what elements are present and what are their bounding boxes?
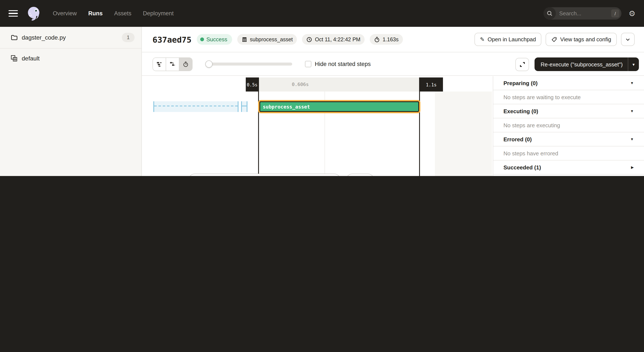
- status-empty-text: No steps are executing: [504, 122, 560, 128]
- hide-not-started-checkbox-row[interactable]: Hide not started steps: [305, 61, 371, 67]
- status-section-errored[interactable]: Errored (0) ▼: [493, 132, 644, 146]
- gantt-after-run-shade: [435, 91, 492, 176]
- search-icon: [544, 7, 556, 19]
- nav-item-overview[interactable]: Overview: [53, 10, 77, 16]
- run-header-actions: ✎ Open in Launchpad View tags and config: [474, 33, 635, 46]
- stopwatch-icon: [374, 36, 380, 42]
- zoom-slider[interactable]: [206, 60, 292, 68]
- stopwatch-icon: [183, 61, 189, 67]
- nav-item-assets[interactable]: Assets: [114, 10, 132, 16]
- slider-thumb[interactable]: [205, 60, 212, 68]
- open-in-launchpad-label: Open in Launchpad: [488, 36, 536, 42]
- duration-tag: 1.163s: [370, 34, 403, 45]
- caret-down-icon[interactable]: ▼: [630, 109, 634, 113]
- timeline-view-button[interactable]: [179, 58, 192, 70]
- status-section-empty-row: No steps are executing: [493, 118, 644, 132]
- run-id: 637aed75: [152, 35, 192, 44]
- hamburger-menu-icon[interactable]: [8, 10, 18, 17]
- status-section-succeeded[interactable]: Succeeded (1) ▶: [493, 160, 644, 175]
- timeline-marker-end: 1.1s: [420, 77, 443, 91]
- search-input[interactable]: Search... /: [544, 7, 622, 19]
- repo-label: default: [22, 55, 40, 61]
- waterfall-view-icon: [170, 61, 176, 67]
- status-section-empty-row: No steps are waiting to execute: [493, 90, 644, 104]
- pencil-icon: ✎: [480, 37, 485, 42]
- caret-right-icon[interactable]: ▶: [631, 165, 634, 169]
- timeline-marker-start: 0.5s: [246, 77, 258, 91]
- status-section-preparing[interactable]: Preparing (0) ▼: [493, 76, 644, 90]
- status-section-title: Preparing (0): [504, 80, 538, 86]
- open-in-launchpad-button[interactable]: ✎ Open in Launchpad: [474, 33, 542, 46]
- caret-down-icon: ▾: [632, 62, 635, 67]
- timeline-duration-label: 0.606s: [258, 77, 342, 91]
- status-section-executing[interactable]: Executing (0) ▼: [493, 104, 644, 118]
- run-actions-menu-button[interactable]: [621, 33, 635, 46]
- success-dot-icon: [200, 37, 204, 41]
- status-section-title: Errored (0): [504, 136, 532, 142]
- tag-icon: [551, 36, 557, 42]
- reexecute-menu-caret[interactable]: ▾: [628, 57, 639, 71]
- job-tag-label: subprocess_asset: [250, 36, 293, 42]
- hide-not-started-checkbox[interactable]: [305, 61, 311, 67]
- status-section-title: Succeeded (1): [504, 164, 541, 170]
- filter-actions: [346, 174, 374, 176]
- nav-item-runs[interactable]: Runs: [88, 10, 103, 16]
- status-empty-text: No steps have errored: [504, 150, 558, 156]
- job-tag[interactable]: subprocess_asset: [237, 34, 297, 45]
- step-waiting-segment: [153, 101, 238, 112]
- gantt-controls: Hide not started steps Re-execute ("subp…: [142, 53, 644, 76]
- step-filter-input[interactable]: "subprocess_asset": [188, 174, 341, 176]
- clock-icon: [306, 36, 312, 42]
- search-placeholder: Search...: [556, 10, 611, 16]
- sidebar: dagster_code.py 1 default dagster_code.p…: [0, 27, 142, 176]
- step-bar-label: subprocess_asset: [263, 104, 310, 110]
- gantt-step-bar[interactable]: subprocess_asset: [260, 101, 419, 112]
- dagster-logo[interactable]: [26, 5, 42, 21]
- reexecute-button[interactable]: Re-execute ("subprocess_asset") ▾: [534, 57, 639, 71]
- gantt-gridline-start: [258, 77, 259, 176]
- caret-down-icon[interactable]: ▼: [630, 81, 634, 85]
- view-mode-segmented-control: [152, 57, 192, 71]
- code-location-count-badge: 1: [122, 33, 134, 42]
- status-empty-text: No steps are waiting to execute: [504, 94, 581, 100]
- jobs-icon: [11, 55, 18, 61]
- status-badge: Success: [196, 34, 232, 45]
- flat-view-button[interactable]: [153, 58, 166, 70]
- gantt-gridline-end: [419, 77, 420, 176]
- reexecute-label: Re-execute ("subprocess_asset"): [534, 61, 628, 67]
- nav-item-deployment[interactable]: Deployment: [143, 10, 174, 16]
- expand-icon: [519, 61, 526, 67]
- gear-icon[interactable]: ⚙: [629, 9, 636, 17]
- nav-links: Overview Runs Assets Deployment: [53, 10, 174, 16]
- view-tags-config-label: View tags and config: [560, 36, 611, 42]
- status-section-title: Executing (0): [504, 108, 538, 114]
- caret-down-icon[interactable]: ▼: [630, 137, 634, 141]
- top-nav: Overview Runs Assets Deployment Search..…: [0, 0, 644, 27]
- waterfall-view-button[interactable]: [166, 58, 179, 70]
- code-location-label: dagster_code.py: [22, 34, 66, 41]
- search-shortcut-key: /: [611, 9, 619, 17]
- folder-icon: [11, 34, 18, 41]
- status-section-empty-row: No steps have errored: [493, 146, 644, 160]
- expand-gantt-button[interactable]: [515, 58, 529, 71]
- nav-right: Search... / ⚙: [544, 7, 636, 19]
- step-waiting-segment: [241, 101, 248, 112]
- controls-right: Re-execute ("subprocess_asset") ▾: [515, 57, 639, 71]
- timestamp-tag: Oct 11, 4:22:42 PM: [302, 34, 365, 45]
- grid-icon: [241, 36, 247, 42]
- status-label: Success: [206, 36, 227, 42]
- sidebar-item-code-location[interactable]: dagster_code.py 1: [0, 27, 142, 48]
- run-header: 637aed75 Success subprocess_asset Oct 11…: [142, 27, 644, 52]
- view-tags-config-button[interactable]: View tags and config: [546, 33, 617, 46]
- dagster-app: Overview Runs Assets Deployment Search..…: [0, 0, 644, 176]
- chevron-down-icon: [625, 37, 630, 42]
- slider-track[interactable]: [206, 62, 292, 65]
- main-panel: 637aed75 Success subprocess_asset Oct 11…: [142, 27, 644, 176]
- gantt-chart: 0.606s 0.5s 1.1s subprocess_asset "subpr…: [142, 76, 644, 176]
- flat-view-icon: [156, 61, 162, 67]
- hide-not-started-label: Hide not started steps: [315, 61, 371, 67]
- step-status-panel: Preparing (0) ▼ No steps are waiting to …: [493, 76, 644, 176]
- timestamp-label: Oct 11, 4:22:42 PM: [315, 36, 360, 42]
- duration-label: 1.163s: [382, 36, 398, 42]
- sidebar-item-repo-default[interactable]: default: [0, 48, 142, 68]
